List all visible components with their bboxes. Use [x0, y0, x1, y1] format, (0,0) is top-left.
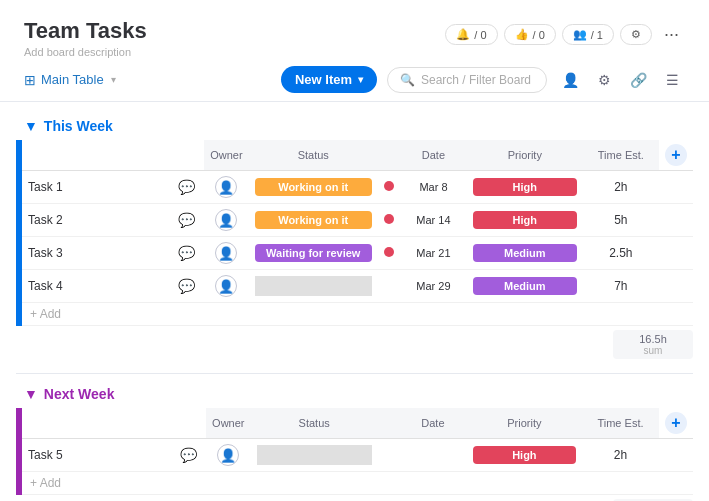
likes-badge[interactable]: 👍 / 0	[504, 24, 556, 45]
priority-cell[interactable]: Medium	[467, 270, 583, 303]
time-cell: 7h	[583, 270, 659, 303]
col2-header-alert	[378, 408, 399, 439]
main-table-button[interactable]: ⊞ Main Table ▾	[24, 72, 116, 88]
comment-cell[interactable]: 💬	[169, 270, 204, 303]
col2-header-comment	[171, 408, 207, 439]
this-week-sum-row: 16.5h sum	[0, 326, 709, 363]
col2-header-priority: Priority	[467, 408, 582, 439]
group-collapse-icon[interactable]: ▼	[24, 118, 38, 134]
settings-icon: ⚙	[631, 28, 641, 41]
avatar: 👤	[215, 176, 237, 198]
toolbar: ⊞ Main Table ▾ New Item ▾ 🔍 Search / Fil…	[0, 58, 709, 102]
this-week-sum-label: sum	[623, 345, 683, 356]
group-next-week-header: ▼ Next Week	[0, 380, 709, 408]
priority-badge: High	[473, 178, 577, 196]
next-week-sum-row: 2h sum	[0, 495, 709, 501]
col-header-priority: Priority	[467, 140, 583, 171]
status-cell[interactable]: Working on it	[249, 204, 378, 237]
status-cell[interactable]: Waiting for review	[249, 237, 378, 270]
filter-icon[interactable]: ⚙	[591, 67, 617, 93]
comment-cell[interactable]: 💬	[169, 237, 204, 270]
content-area: ▼ This Week Owner Status Date Priority	[0, 102, 709, 501]
owner-cell: 👤	[204, 237, 248, 270]
avatar: 👤	[215, 209, 237, 231]
time-cell: 5h	[583, 204, 659, 237]
add-column-button-2[interactable]: +	[665, 412, 687, 434]
search-box[interactable]: 🔍 Search / Filter Board	[387, 67, 547, 93]
sort-icon[interactable]: ☰	[659, 67, 685, 93]
avatar: 👤	[217, 444, 239, 466]
priority-badge: High	[473, 446, 576, 464]
priority-cell[interactable]: Medium	[467, 237, 583, 270]
col-header-alert	[378, 140, 400, 171]
members-icon: 👥	[573, 28, 587, 41]
row-extra	[659, 171, 693, 204]
members-count: / 1	[591, 29, 603, 41]
search-icon: 🔍	[400, 73, 415, 87]
add-row-next-week[interactable]: + Add	[19, 472, 693, 495]
table-row[interactable]: Task 2 💬 👤 Working on it Mar 14 High 5h	[19, 204, 693, 237]
row-extra	[659, 237, 693, 270]
header-right: 🔔 / 0 👍 / 0 👥 / 1 ⚙ ···	[445, 22, 685, 47]
owner-cell: 👤	[204, 270, 248, 303]
priority-cell[interactable]: High	[467, 204, 583, 237]
this-week-add-table: + Add	[16, 303, 693, 326]
table-row[interactable]: Task 5 💬 👤 High 2h	[19, 439, 693, 472]
group-next-week-collapse-icon[interactable]: ▼	[24, 386, 38, 402]
toolbar-icons: 👤 ⚙ 🔗 ☰	[557, 67, 685, 93]
table-row[interactable]: Task 1 💬 👤 Working on it Mar 8 High 2h	[19, 171, 693, 204]
status-badge-empty	[257, 445, 372, 465]
members-badge[interactable]: 👥 / 1	[562, 24, 614, 45]
col-header-add: +	[659, 140, 693, 171]
bell-icon: 🔔	[456, 28, 470, 41]
person-icon[interactable]: 👤	[557, 67, 583, 93]
task-name-cell: Task 3	[19, 237, 169, 270]
time-cell: 2h	[582, 439, 659, 472]
date-cell: Mar 14	[400, 204, 467, 237]
col-header-status: Status	[249, 140, 378, 171]
add-column-button[interactable]: +	[665, 144, 687, 166]
date-cell: Mar 8	[400, 171, 467, 204]
date-cell	[399, 439, 467, 472]
col2-header-status: Status	[251, 408, 378, 439]
table-row[interactable]: Task 3 💬 👤 Waiting for review Mar 21 Med…	[19, 237, 693, 270]
board-description[interactable]: Add board description	[24, 46, 147, 58]
add-task-label-2[interactable]: + Add	[19, 472, 693, 495]
new-item-button[interactable]: New Item ▾	[281, 66, 377, 93]
status-cell[interactable]	[249, 270, 378, 303]
comment-cell[interactable]: 💬	[171, 439, 207, 472]
owner-cell: 👤	[206, 439, 250, 472]
group-this-week: ▼ This Week Owner Status Date Priority	[0, 112, 709, 363]
alert-cell	[378, 237, 400, 270]
date-cell: Mar 21	[400, 237, 467, 270]
header: Team Tasks Add board description 🔔 / 0 👍…	[0, 0, 709, 58]
col-header-time: Time Est.	[583, 140, 659, 171]
add-task-label[interactable]: + Add	[19, 303, 693, 326]
col2-header-owner: Owner	[206, 408, 250, 439]
table-row[interactable]: Task 4 💬 👤 Mar 29 Medium 7h	[19, 270, 693, 303]
notifications-badge[interactable]: 🔔 / 0	[445, 24, 497, 45]
link-icon[interactable]: 🔗	[625, 67, 651, 93]
add-row-this-week[interactable]: + Add	[19, 303, 693, 326]
alert-cell	[378, 439, 399, 472]
comment-cell[interactable]: 💬	[169, 204, 204, 237]
owner-cell: 👤	[204, 204, 248, 237]
group-next-week: ▼ Next Week Owner Status Date Priority	[0, 380, 709, 501]
status-badge-empty	[255, 276, 372, 296]
settings-badge[interactable]: ⚙	[620, 24, 652, 45]
col-header-comment	[169, 140, 204, 171]
priority-cell[interactable]: High	[467, 439, 582, 472]
status-badge: Working on it	[255, 178, 372, 196]
priority-badge: Medium	[473, 244, 577, 262]
more-button[interactable]: ···	[658, 22, 685, 47]
col2-header-time: Time Est.	[582, 408, 659, 439]
this-week-sum-value: 16.5h	[623, 333, 683, 345]
main-table-label: Main Table	[41, 72, 104, 87]
next-week-table-wrap: Owner Status Date Priority Time Est. + T…	[0, 408, 709, 495]
priority-cell[interactable]: High	[467, 171, 583, 204]
time-cell: 2h	[583, 171, 659, 204]
status-cell[interactable]: Working on it	[249, 171, 378, 204]
status-badge: Waiting for review	[255, 244, 372, 262]
comment-cell[interactable]: 💬	[169, 171, 204, 204]
status-cell[interactable]	[251, 439, 378, 472]
